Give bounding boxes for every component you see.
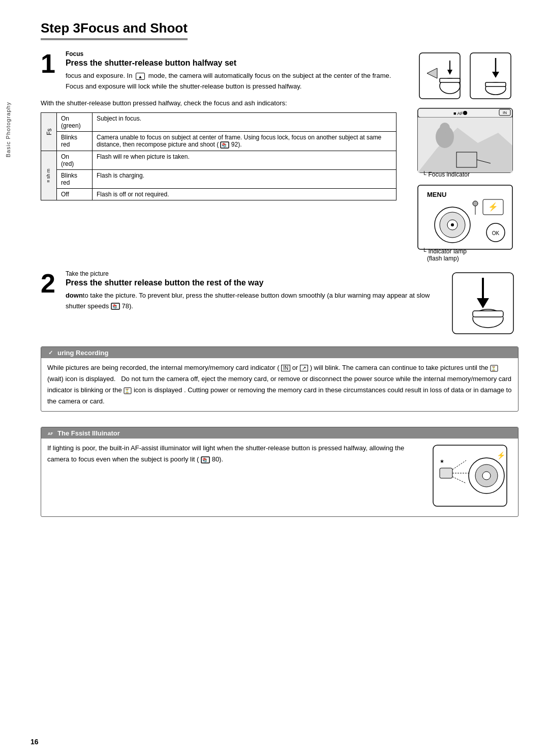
step1-body: focus and exposure. In ▲ mode, the camer… xyxy=(66,71,396,92)
svg-text:⚡: ⚡ xyxy=(488,202,498,212)
step2-label: Take the picture xyxy=(66,270,437,277)
step1-section: 1 Focus Press the shutter-release button… xyxy=(41,50,518,262)
step1-label: Focus xyxy=(66,50,396,57)
svg-marker-41 xyxy=(477,298,489,308)
svg-rect-43 xyxy=(473,311,503,317)
svg-point-30 xyxy=(451,223,454,226)
table-row: Blinksred Flash is charging. xyxy=(41,170,396,189)
svg-text:📚: 📚 xyxy=(202,457,207,462)
shutter-full-press-diagram xyxy=(450,270,516,336)
svg-marker-12 xyxy=(492,72,499,78)
svg-line-58 xyxy=(452,477,466,483)
svg-text:OK: OK xyxy=(492,230,500,236)
svg-text:⚡: ⚡ xyxy=(497,451,506,460)
svg-line-56 xyxy=(452,460,466,470)
svg-point-61 xyxy=(482,472,491,480)
svg-text:⏳: ⏳ xyxy=(491,366,496,371)
svg-text:✓: ✓ xyxy=(48,350,53,356)
shutter-halfway-diagram xyxy=(417,50,463,101)
focus-flash-table: Fs On(green) Subject in focus. Blinksred… xyxy=(41,112,396,200)
svg-text:📚: 📚 xyxy=(112,304,117,309)
camera-mode-icon: ▲ xyxy=(136,73,145,80)
viewfinder-diagram: ■ AF● IN xyxy=(417,107,513,173)
flash-on-desc: Flash will re when picture is taken. xyxy=(93,151,396,170)
step1-content: Focus Press the shutter-release button h… xyxy=(66,50,396,92)
table-row: Fs On(green) Subject in focus. xyxy=(41,113,396,132)
focus-blinks-desc: Camera unable to focus on subject at cen… xyxy=(93,132,396,151)
svg-point-35 xyxy=(473,201,478,206)
step2-number: 2 xyxy=(41,270,55,297)
backpanel-area: MENU ⚡ OK xyxy=(417,184,513,262)
focus-on-desc: Subject in focus. xyxy=(93,113,396,132)
step2-diagram xyxy=(447,270,518,336)
flash-blinks-desc: Flash is charging. xyxy=(93,170,396,189)
during-recording-section: ✓ uring Recording While pictures are bei… xyxy=(41,346,518,412)
flash-off-status: Off xyxy=(57,189,93,200)
page-number: 16 xyxy=(30,738,39,746)
sidebar-label: Basic Photography xyxy=(5,102,11,157)
page-title: Step 3Focus and Shoot xyxy=(41,20,188,40)
step2-left: 2 Take the picture Press the shutter rel… xyxy=(41,270,437,336)
book-icon-3: 📚 xyxy=(201,456,210,463)
af-assist-svg: ⚡ ★ xyxy=(431,443,509,509)
step1-diagrams: ■ AF● IN xyxy=(412,50,518,262)
shutter-diagrams xyxy=(417,50,513,101)
step2-down-bold: down xyxy=(66,292,83,299)
halfway-note: With the shutter-release button pressed … xyxy=(41,98,396,109)
svg-text:MENU: MENU xyxy=(427,191,446,198)
indicator-lamp-label: └Indicator lamp (flash lamp) xyxy=(422,248,467,262)
wait-icon: ⏳ xyxy=(490,365,498,372)
svg-text:📚: 📚 xyxy=(222,142,227,148)
svg-rect-10 xyxy=(485,82,506,86)
focus-blinks-status: Blinksred xyxy=(57,132,93,151)
wait-icon2: ⏳ xyxy=(124,387,132,394)
during-recording-body: While pictures are being recorded, the i… xyxy=(41,358,518,411)
memory-indicator-icon2: ↗ xyxy=(300,365,308,371)
af-icon: AF xyxy=(46,429,54,437)
checkmark-icon: ✓ xyxy=(46,348,54,357)
svg-text:AF: AF xyxy=(48,431,53,436)
svg-rect-55 xyxy=(440,468,452,478)
step2-content: Take the picture Press the shutter relea… xyxy=(66,270,437,312)
flash-on-status: On(red) xyxy=(57,151,93,170)
focus-label-cell: Fs xyxy=(41,113,57,151)
backpanel-diagram: MENU ⚡ OK xyxy=(417,184,513,250)
flash-blinks-status: Blinksred xyxy=(57,170,93,189)
table-row: ≡ sh m On(red) Flash will re when pictur… xyxy=(41,151,396,170)
svg-marker-7 xyxy=(447,70,452,75)
focus-flash-table-area: Fs On(green) Subject in focus. Blinksred… xyxy=(41,112,396,200)
memory-indicator-icon: IN xyxy=(281,365,290,371)
viewfinder-area: ■ AF● IN xyxy=(417,107,513,178)
book-icon-2: 📚 xyxy=(111,303,120,310)
step2-title: Press the shutter release button the res… xyxy=(66,278,437,287)
flash-off-desc: Flash is off or not required. xyxy=(93,189,396,200)
step1-left: 1 Focus Press the shutter-release button… xyxy=(41,50,396,262)
book-icon: 📚 xyxy=(220,141,229,149)
assist-section-inner: If lighting is poor, the built-in AF-ass… xyxy=(47,443,512,512)
focus-indicator-label: └Focus indicator xyxy=(422,171,470,178)
page: Basic Photography Step 3Focus and Shoot … xyxy=(0,0,549,756)
svg-marker-3 xyxy=(427,68,437,78)
svg-text:★: ★ xyxy=(440,458,444,464)
step2-section: 2 Take the picture Press the shutter rel… xyxy=(41,270,518,336)
af-assist-section: AF The Fssist Illuinator If lighting is … xyxy=(41,427,518,517)
svg-text:■ AF●: ■ AF● xyxy=(453,111,466,116)
af-assist-header: AF The Fssist Illuinator xyxy=(41,427,518,439)
table-row: Blinksred Camera unable to focus on subj… xyxy=(41,132,396,151)
step2-body: downto take the picture. To prevent blur… xyxy=(66,290,437,312)
af-assist-body: If lighting is poor, the built-in AF-ass… xyxy=(41,439,518,516)
shutter-full-diagram xyxy=(468,50,513,101)
svg-rect-5 xyxy=(440,78,460,82)
step1-number: 1 xyxy=(41,50,55,77)
during-recording-header: ✓ uring Recording xyxy=(41,347,518,358)
af-assist-diagram: ⚡ ★ xyxy=(431,443,512,512)
focus-on-status: On(green) xyxy=(57,113,93,132)
svg-point-22 xyxy=(440,123,450,133)
flash-label-cell: ≡ sh m xyxy=(41,151,57,200)
step1-title: Press the shutter-release button halfway… xyxy=(66,59,396,68)
table-row: Off Flash is off or not required. xyxy=(41,189,396,200)
svg-text:⏳: ⏳ xyxy=(125,388,130,393)
svg-text:IN: IN xyxy=(503,110,507,115)
assist-text: If lighting is poor, the built-in AF-ass… xyxy=(47,443,420,465)
main-content: 1 Focus Press the shutter-release button… xyxy=(41,50,518,522)
